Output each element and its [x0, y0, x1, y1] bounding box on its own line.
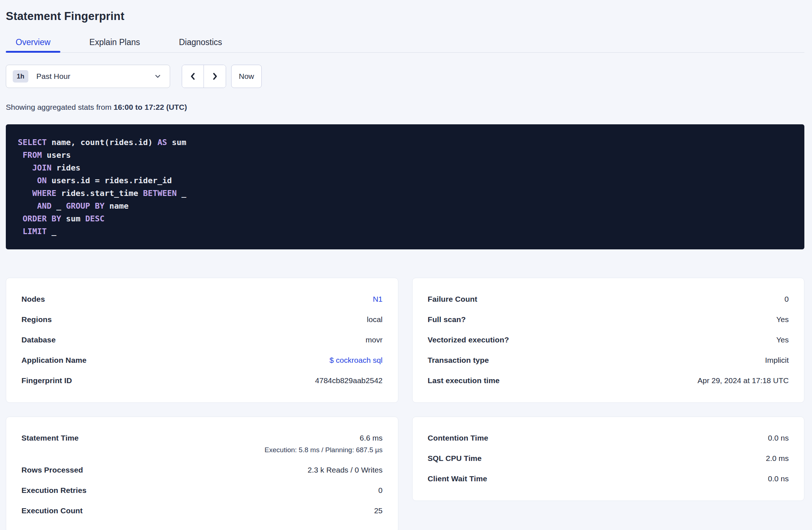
- time-range-dropdown[interactable]: 1h Past Hour: [6, 65, 170, 88]
- stat-row: Databasemovr: [21, 336, 383, 344]
- stat-label: Full scan?: [428, 315, 466, 324]
- stat-value-link[interactable]: $ cockroach sql: [330, 356, 383, 365]
- stat-row: Application Name$ cockroach sql: [21, 356, 383, 365]
- aggregated-stats-range: 16:00 to 17:22 (UTC): [114, 103, 187, 111]
- stat-row: Execution Count25: [21, 506, 383, 515]
- stat-value: 25: [374, 506, 382, 515]
- tab-explain-plans-label: Explain Plans: [89, 37, 140, 47]
- time-range-badge: 1h: [13, 70, 28, 83]
- execution-attributes-card: Failure Count0Full scan?YesVectorized ex…: [412, 278, 805, 403]
- stat-label: Contention Time: [428, 434, 489, 442]
- stat-row: Statement Time6.6 msExecution: 5.8 ms / …: [21, 434, 383, 454]
- stat-label: Regions: [21, 315, 52, 324]
- stat-subvalue: Execution: 5.8 ms / Planning: 687.5 µs: [265, 446, 383, 454]
- time-range-label: Past Hour: [36, 72, 70, 81]
- chevron-right-icon: [210, 72, 220, 81]
- tab-overview[interactable]: Overview: [6, 37, 60, 52]
- next-time-button[interactable]: [204, 65, 226, 88]
- stat-row: Execution Retries0: [21, 486, 383, 495]
- stat-value: 0.0 ns: [768, 474, 789, 483]
- stat-value: 0.0 ns: [768, 434, 789, 442]
- stat-value: movr: [366, 336, 383, 344]
- stat-label: Client Wait Time: [428, 474, 487, 483]
- stat-label: Database: [21, 336, 56, 344]
- stat-value: Yes: [776, 315, 789, 324]
- stat-row: Full scan?Yes: [428, 315, 789, 324]
- stat-label: Nodes: [21, 295, 45, 304]
- page-title: Statement Fingerprint: [6, 9, 804, 23]
- statement-fingerprint-page: Statement Fingerprint Overview Explain P…: [0, 0, 812, 530]
- sql-line: WHERE rides.start_time BETWEEN _: [18, 187, 792, 200]
- sql-line: JOIN rides: [18, 161, 792, 174]
- aggregated-stats-line: Showing aggregated stats from 16:00 to 1…: [6, 103, 804, 112]
- stat-value: Yes: [776, 336, 789, 344]
- stat-row: Contention Time0.0 ns: [428, 434, 789, 442]
- stat-label: Application Name: [21, 356, 87, 365]
- tab-bar: Overview Explain Plans Diagnostics: [6, 37, 804, 53]
- stat-value: 2.3 k Reads / 0 Writes: [307, 466, 382, 474]
- stat-label: Execution Count: [21, 506, 83, 515]
- sql-line: ORDER BY sum DESC: [18, 212, 792, 225]
- tab-diagnostics-label: Diagnostics: [179, 37, 222, 47]
- stat-row: Rows Processed2.3 k Reads / 0 Writes: [21, 466, 383, 474]
- stat-label: Vectorized execution?: [428, 336, 509, 344]
- chevron-down-icon: [154, 72, 162, 80]
- stat-row: Failure Count0: [428, 295, 789, 304]
- statement-details-card: NodesN1RegionslocalDatabasemovrApplicati…: [6, 278, 398, 403]
- aggregated-stats-prefix: Showing aggregated stats from: [6, 103, 114, 111]
- stat-label: Fingerprint ID: [21, 376, 72, 385]
- tab-diagnostics[interactable]: Diagnostics: [169, 37, 232, 52]
- sql-line: AND _ GROUP BY name: [18, 200, 792, 212]
- stat-value: 4784cb829aab2542: [315, 376, 383, 385]
- stat-row: Client Wait Time0.0 ns: [428, 474, 789, 483]
- stat-label: Last execution time: [428, 376, 500, 385]
- stat-label: Failure Count: [428, 295, 478, 304]
- stat-value: local: [367, 315, 382, 324]
- sql-statement-box: SELECT name, count(rides.id) AS sum FROM…: [6, 124, 804, 249]
- stat-value: 0: [378, 486, 383, 495]
- time-pager: [182, 65, 226, 88]
- sql-line: ON users.id = rides.rider_id: [18, 174, 792, 187]
- stat-row: SQL CPU Time2.0 ms: [428, 454, 789, 463]
- stat-label: Transaction type: [428, 356, 489, 365]
- sql-line: LIMIT _: [18, 225, 792, 238]
- stat-value: 2.0 ms: [766, 454, 789, 463]
- stat-row: Regionslocal: [21, 315, 383, 324]
- stats-cards: NodesN1RegionslocalDatabasemovrApplicati…: [6, 278, 804, 530]
- stat-row: Fingerprint ID4784cb829aab2542: [21, 376, 383, 385]
- stat-value: Implicit: [765, 356, 789, 365]
- prev-time-button[interactable]: [182, 65, 204, 88]
- now-button[interactable]: Now: [231, 65, 262, 88]
- stat-label: Execution Retries: [21, 486, 87, 495]
- wait-time-card: Contention Time0.0 nsSQL CPU Time2.0 msC…: [412, 417, 805, 501]
- stat-label: Statement Time: [21, 434, 79, 442]
- timing-stats-card: Statement Time6.6 msExecution: 5.8 ms / …: [6, 417, 398, 530]
- sql-line: SELECT name, count(rides.id) AS sum: [18, 136, 792, 149]
- stat-value: Apr 29, 2024 at 17:18 UTC: [698, 376, 789, 385]
- tab-explain-plans[interactable]: Explain Plans: [80, 37, 150, 52]
- stat-row: NodesN1: [21, 295, 383, 304]
- stat-value: 0: [784, 295, 789, 304]
- stat-row: Last execution timeApr 29, 2024 at 17:18…: [428, 376, 789, 385]
- tab-overview-label: Overview: [16, 37, 51, 47]
- stat-label: SQL CPU Time: [428, 454, 482, 463]
- stat-row: Vectorized execution?Yes: [428, 336, 789, 344]
- stat-label: Rows Processed: [21, 466, 83, 474]
- stat-row: Transaction typeImplicit: [428, 356, 789, 365]
- chevron-left-icon: [188, 72, 198, 81]
- time-controls: 1h Past Hour Now: [6, 65, 804, 88]
- stat-value-link[interactable]: N1: [373, 295, 383, 304]
- sql-line: FROM users: [18, 149, 792, 161]
- stat-value: 6.6 ms: [359, 434, 382, 442]
